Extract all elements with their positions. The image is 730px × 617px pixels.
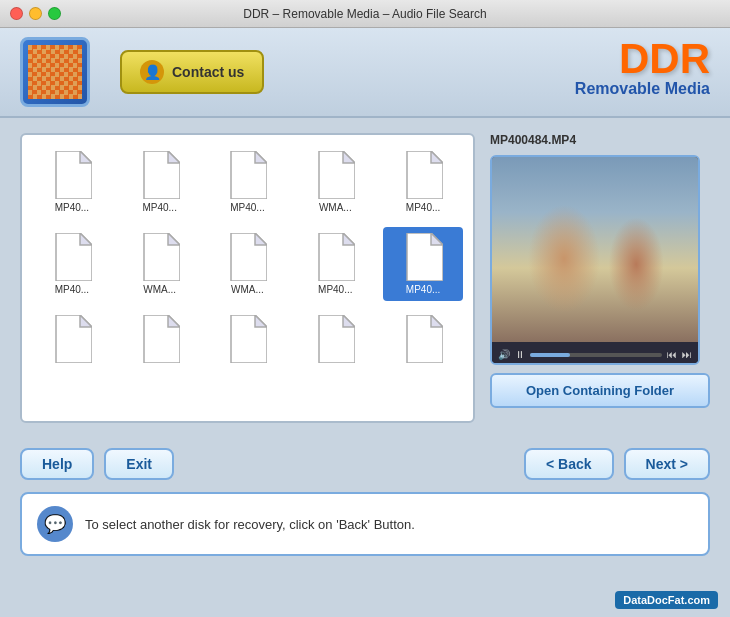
- header: 👤 Contact us DDR Removable Media: [0, 28, 730, 118]
- file-item[interactable]: MP40...: [383, 227, 463, 301]
- window-title: DDR – Removable Media – Audio File Searc…: [243, 7, 486, 21]
- open-containing-folder-button[interactable]: Open Containing Folder: [490, 373, 710, 408]
- file-icon: [227, 233, 267, 281]
- exit-button[interactable]: Exit: [104, 448, 174, 480]
- file-item[interactable]: MP40...: [32, 227, 112, 301]
- file-label: WMA...: [143, 284, 176, 295]
- watermark: DataDocFat.com: [615, 591, 718, 609]
- spacer: [184, 448, 514, 480]
- next-button[interactable]: Next >: [624, 448, 710, 480]
- file-label: MP40...: [55, 284, 89, 295]
- file-icon: [140, 315, 180, 363]
- file-item[interactable]: [208, 309, 288, 372]
- file-icon: [227, 151, 267, 199]
- app-logo: [20, 37, 90, 107]
- nav-buttons: Help Exit < Back Next >: [20, 448, 710, 480]
- preview-box: 🔊 ⏸ ⏮ ⏭: [490, 155, 700, 365]
- file-item[interactable]: WMA...: [295, 145, 375, 219]
- file-item[interactable]: WMA...: [208, 227, 288, 301]
- close-button[interactable]: [10, 7, 23, 20]
- preview-image: [492, 157, 698, 342]
- file-label: WMA...: [231, 284, 264, 295]
- contact-label: Contact us: [172, 64, 244, 80]
- file-icon: [315, 315, 355, 363]
- file-icon: [52, 315, 92, 363]
- logo-checkerboard-icon: [28, 45, 82, 99]
- file-icon: [403, 151, 443, 199]
- right-panel: MP400484.MP4 🔊 ⏸ ⏮ ⏭ Open Containing Fol…: [490, 133, 710, 423]
- file-item[interactable]: MP40...: [120, 145, 200, 219]
- file-icon: [140, 151, 180, 199]
- file-item[interactable]: MP40...: [295, 227, 375, 301]
- maximize-button[interactable]: [48, 7, 61, 20]
- file-item[interactable]: [32, 309, 112, 372]
- file-label: MP40...: [142, 202, 176, 213]
- progress-fill: [530, 353, 570, 357]
- file-item[interactable]: [383, 309, 463, 372]
- media-controls[interactable]: 🔊 ⏸ ⏮ ⏭: [492, 342, 698, 365]
- file-item[interactable]: MP40...: [32, 145, 112, 219]
- file-grid: MP40... MP40... MP40... WMA... MP40... M…: [32, 145, 463, 372]
- file-item[interactable]: MP40...: [383, 145, 463, 219]
- file-icon: [140, 233, 180, 281]
- file-item[interactable]: [120, 309, 200, 372]
- file-icon: [403, 315, 443, 363]
- title-bar: DDR – Removable Media – Audio File Searc…: [0, 0, 730, 28]
- file-grid-container[interactable]: MP40... MP40... MP40... WMA... MP40... M…: [20, 133, 475, 423]
- contact-person-icon: 👤: [140, 60, 164, 84]
- ddr-subtitle: Removable Media: [575, 80, 710, 98]
- back-button[interactable]: < Back: [524, 448, 614, 480]
- preview-filename: MP400484.MP4: [490, 133, 710, 147]
- info-box: 💬 To select another disk for recovery, c…: [20, 492, 710, 556]
- progress-bar[interactable]: [530, 353, 662, 357]
- minimize-button[interactable]: [29, 7, 42, 20]
- file-label: WMA...: [319, 202, 352, 213]
- info-icon: 💬: [37, 506, 73, 542]
- file-icon: [52, 151, 92, 199]
- bottom-section: Help Exit < Back Next > 💬 To select anot…: [0, 438, 730, 566]
- pause-button[interactable]: ⏸: [515, 349, 525, 360]
- window-controls[interactable]: [10, 7, 61, 20]
- contact-button[interactable]: 👤 Contact us: [120, 50, 264, 94]
- file-icon: [52, 233, 92, 281]
- skip-fwd-icon[interactable]: ⏭: [682, 349, 692, 360]
- ddr-title: DDR: [575, 38, 710, 80]
- file-icon: [227, 315, 267, 363]
- volume-icon[interactable]: 🔊: [498, 349, 510, 360]
- skip-back-icon[interactable]: ⏮: [667, 349, 677, 360]
- file-label: MP40...: [406, 202, 440, 213]
- file-item[interactable]: WMA...: [120, 227, 200, 301]
- file-label: MP40...: [230, 202, 264, 213]
- file-icon: [315, 233, 355, 281]
- file-item[interactable]: MP40...: [208, 145, 288, 219]
- file-label: MP40...: [318, 284, 352, 295]
- file-label: MP40...: [406, 284, 440, 295]
- ddr-brand: DDR Removable Media: [575, 38, 710, 98]
- help-button[interactable]: Help: [20, 448, 94, 480]
- file-icon: [315, 151, 355, 199]
- file-item[interactable]: [295, 309, 375, 372]
- file-label: MP40...: [55, 202, 89, 213]
- main-content: MP40... MP40... MP40... WMA... MP40... M…: [0, 118, 730, 438]
- info-text: To select another disk for recovery, cli…: [85, 517, 415, 532]
- file-icon: [403, 233, 443, 281]
